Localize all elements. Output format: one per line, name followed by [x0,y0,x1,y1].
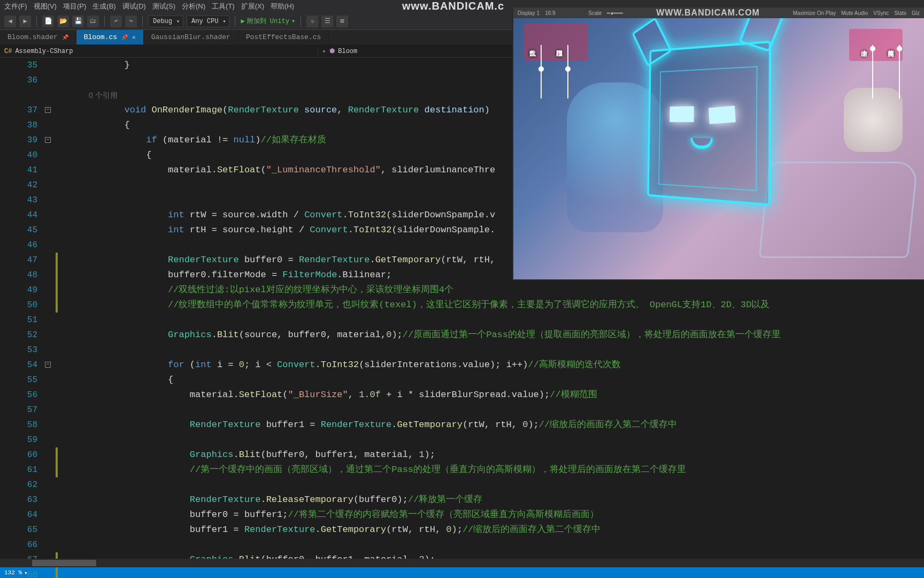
menu-project[interactable]: 项目(P) [63,2,86,11]
undo-icon[interactable]: ↶ [110,16,122,27]
tb-icon-3[interactable]: ⊞ [336,16,348,27]
unity-game-panel: Display 1 16:9 Scale ━●━━━ WWW.BANDICAM.… [512,7,924,280]
status-bar: 132 % ▾ [0,567,924,578]
watermark-small: WWW.BANDICAM.COM [656,8,760,18]
tab-bloom-shader[interactable]: Bloom.shader 📌 [0,30,76,44]
margin-strip [0,58,9,567]
tb-icon-1[interactable]: ⟐ [306,16,318,27]
unity-aspect-select[interactable]: 16:9 [545,10,555,16]
bg-cart [759,162,919,258]
menu-debug[interactable]: 调试(D) [122,2,146,11]
tab-label: Bloom.shader [7,33,58,41]
hologram-tv [647,41,771,206]
run-button[interactable]: 附加到 Unity ▾ [241,17,295,26]
tab-label: GaussianBlur.shader [151,33,230,41]
unity-mute[interactable]: Mute Audio [841,10,868,16]
unity-maximize[interactable]: Maximize On Play [793,10,836,16]
platform-select[interactable]: Any CPU [187,16,229,27]
watermark-main: www.BANDICAM.c [402,0,504,12]
unity-display-select[interactable]: Display 1 [518,10,540,16]
scroll-thumb[interactable] [32,560,96,566]
menu-test[interactable]: 测试(S) [152,2,175,11]
menu-tools[interactable]: 工具(T) [212,2,235,11]
tab-posteffectsbase[interactable]: PostEffectsBase.cs [238,30,329,44]
breadcrumb-assembly[interactable]: C# Assembly-CSharp [0,48,318,55]
unity-toolbar: Display 1 16:9 Scale ━●━━━ WWW.BANDICAM.… [513,7,924,18]
nav-back-icon[interactable]: ◀ [4,16,16,27]
menu-help[interactable]: 帮助(H) [271,2,294,11]
unity-scale-label: Scale [588,10,602,16]
tab-gaussian-blur[interactable]: GaussianBlur.shader [144,30,238,44]
unity-game-view[interactable]: 迭代次数 模糊范围 缩放大小 亮度阈值 [513,18,924,279]
pin-icon[interactable]: 📌 [62,34,68,41]
unity-vsync[interactable]: VSync [873,10,889,16]
horizontal-scrollbar[interactable] [0,559,924,567]
save-icon[interactable]: 💾 [72,16,84,27]
tab-label: PostEffectsBase.cs [246,33,321,41]
tab-bloom-cs[interactable]: Bloom.cs 📌 ✕ [76,30,144,44]
menu-file[interactable]: 文件(F) [4,2,27,11]
unity-gizmos[interactable]: Giz [912,10,920,16]
fold-strip: −−− [43,58,56,567]
menu-analyze[interactable]: 分析(N) [182,2,205,11]
class-icon: ⬢ [329,47,335,55]
menu-view[interactable]: 视图(V) [34,2,57,11]
pin-icon[interactable]: 📌 [121,34,128,41]
close-icon[interactable]: ✕ [132,34,136,41]
bg-poster [849,29,903,61]
tab-label: Bloom.cs [84,33,117,41]
save-all-icon[interactable]: 🗂 [87,16,99,27]
unity-stats[interactable]: Stats [894,10,906,16]
bg-robot [844,88,903,152]
bg-poster [524,24,588,61]
csharp-icon: C# [4,48,12,55]
redo-icon[interactable]: ↷ [125,16,137,27]
new-project-icon[interactable]: 📄 [42,16,54,27]
menu-ext[interactable]: 扩展(X) [241,2,264,11]
tb-icon-2[interactable]: ☰ [321,16,333,27]
nav-fwd-icon[interactable]: ▶ [19,16,31,27]
config-select[interactable]: Debug [148,16,183,27]
open-icon[interactable]: 📂 [57,16,69,27]
menu-build[interactable]: 生成(B) [93,2,116,11]
line-gutter: 3536373839404142434445464748495051525354… [9,58,43,567]
unity-scale-slider[interactable]: ━●━━━ [607,10,623,16]
